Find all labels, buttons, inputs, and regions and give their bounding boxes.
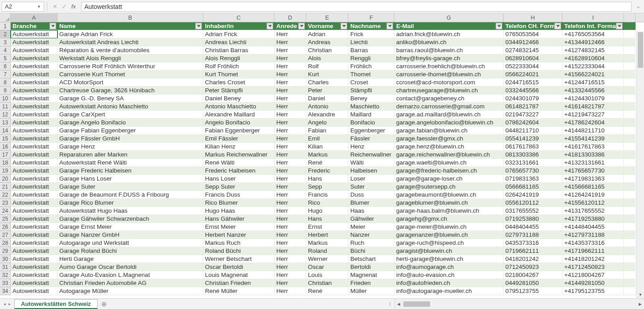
table-cell[interactable]: +41795123755 (562, 287, 624, 295)
table-cell[interactable]: Herr (275, 127, 306, 135)
row-header[interactable]: 31 (0, 263, 11, 271)
table-cell[interactable]: Alexandre Maillard (203, 111, 275, 119)
tab-options-icon[interactable]: ⁞ (386, 299, 394, 309)
table-cell[interactable]: Herr (275, 207, 306, 215)
table-cell[interactable]: 0274832145 (504, 46, 562, 54)
table-cell[interactable]: garage.reichenwallner@bluewin.ch (394, 151, 504, 159)
table-cell[interactable]: +41323131661 (562, 159, 624, 167)
cancel-icon[interactable]: ✕ (53, 3, 57, 10)
table-cell[interactable]: +41786242604 (562, 119, 624, 127)
table-cell[interactable]: +41244301079 (562, 95, 624, 103)
table-cell[interactable]: Daniel (306, 95, 349, 103)
table-cell[interactable]: 0719662111 (504, 247, 562, 255)
filter-dropdown-icon[interactable] (298, 23, 305, 29)
table-cell[interactable]: Chartreuse Garage, 3626 Hünibach (57, 87, 203, 95)
table-cell[interactable]: Garage CarXpert (57, 111, 203, 119)
table-cell[interactable]: 0765053564 (504, 30, 562, 38)
row-header[interactable]: 34 (0, 287, 11, 295)
table-cell[interactable]: +41719831363 (562, 175, 624, 183)
table-cell[interactable]: Garage Suter (57, 183, 203, 191)
formula-input[interactable]: Autowerkstatt (81, 2, 632, 12)
grid-body[interactable]: 1BrancheNameInhaber/inAnredeVornameNachn… (0, 22, 644, 298)
table-cell[interactable] (624, 46, 636, 54)
table-cell[interactable]: Oscar (306, 263, 349, 271)
table-cell[interactable]: garage-meier@bluewin.ch (394, 223, 504, 231)
table-cell[interactable]: Fässler (349, 135, 394, 143)
row-header[interactable]: 10 (0, 95, 11, 103)
table-cell[interactable]: Ernst Meier (203, 223, 275, 231)
table-cell[interactable]: Christian Frieden (203, 279, 275, 287)
table-cell[interactable]: 0712450923 (504, 263, 562, 271)
table-cell[interactable]: Autogarage und Werkstatt (57, 239, 203, 247)
table-cell[interactable]: Christian (306, 46, 349, 54)
horizontal-scrollbar[interactable]: ◀ ▶ (394, 299, 644, 309)
table-cell[interactable]: Meier (349, 223, 394, 231)
table-cell[interactable]: Garage Adrian Frick (57, 30, 203, 38)
table-cell[interactable]: Autowerkstatt (11, 159, 57, 167)
table-cell[interactable]: Autowerkstatt Andreas Liechti (57, 38, 203, 46)
table-cell[interactable]: Réparation & vente d'automobiles (57, 46, 203, 54)
table-cell[interactable]: +41218004267 (562, 271, 624, 279)
table-cell[interactable]: Herr (275, 62, 306, 70)
table-cell[interactable]: +41244716515 (562, 78, 624, 87)
table-cell[interactable]: Autowerkstatt (11, 263, 57, 271)
table-cell[interactable]: demarzo.carrosserie@gmail.com (394, 103, 504, 111)
tab-first-icon[interactable]: ◂ (3, 301, 7, 306)
table-cell[interactable]: Müller (349, 287, 394, 295)
table-cell[interactable]: Alexandre (306, 111, 349, 119)
table-cell[interactable]: garage.henz@bluewin.ch (394, 143, 504, 151)
table-cell[interactable]: Garage Angelo Bonifacio (57, 119, 203, 127)
table-cell[interactable]: Daniel Beney (203, 95, 275, 103)
table-cell[interactable]: René Müller (203, 287, 275, 295)
column-header-B[interactable]: B (57, 13, 203, 22)
table-cell[interactable]: Eggenberger (349, 127, 394, 135)
table-cell[interactable]: 0332445566 (504, 87, 562, 95)
table-cell[interactable] (624, 127, 636, 135)
table-cell[interactable]: +41435373316 (562, 239, 624, 247)
table-cell[interactable]: 0786242604 (504, 119, 562, 127)
table-cell[interactable]: Garage Nanzer GmbH (57, 231, 203, 239)
table-cell[interactable]: Roland (306, 247, 349, 255)
table-cell[interactable]: Henz (349, 143, 394, 151)
table-cell[interactable]: carrosserie.froehlich@bluewin.ch (394, 62, 504, 70)
table-cell[interactable]: Emil (306, 135, 349, 143)
table-cell[interactable]: Herr (275, 231, 306, 239)
table-cell[interactable]: garage.angelobonifacio@bluewin.ch (394, 119, 504, 127)
table-cell[interactable]: Garage Roland Büchi (57, 247, 203, 255)
row-header[interactable]: 16 (0, 143, 11, 151)
table-cell[interactable]: Herbert Nanzer (203, 231, 275, 239)
table-cell[interactable]: Sepp (306, 183, 349, 191)
table-cell[interactable]: Andreas (306, 38, 349, 46)
table-cell[interactable]: Herr (275, 271, 306, 279)
table-cell[interactable]: Autowerkstatt (11, 38, 57, 46)
table-cell[interactable]: Haas (349, 207, 394, 215)
table-cell[interactable]: Betschart (349, 255, 394, 263)
table-cell[interactable]: 0323131661 (504, 159, 562, 167)
table-cell[interactable]: Herr (275, 46, 306, 54)
table-cell[interactable]: Frederic (306, 167, 349, 175)
table-cell[interactable]: 0566681165 (504, 183, 562, 191)
table-cell[interactable]: 0566224021 (504, 70, 562, 78)
table-cell[interactable] (624, 135, 636, 143)
table-cell[interactable] (624, 62, 636, 70)
table-cell[interactable]: Carrosserie Kurt Thomet (57, 70, 203, 78)
table-cell[interactable]: Herr (275, 255, 306, 263)
table-cell[interactable]: René (306, 287, 349, 295)
table-cell[interactable]: Autowerkstatt (11, 287, 57, 295)
table-cell[interactable]: Herti Garage (57, 255, 203, 263)
table-cell[interactable]: Autowerkstatt (11, 135, 57, 143)
column-header-C[interactable]: C (203, 13, 275, 22)
table-cell[interactable]: +41719662111 (562, 247, 624, 255)
table-cell[interactable]: Bertoldi (349, 263, 394, 271)
table-cell[interactable]: Herr (275, 199, 306, 207)
table-cell[interactable]: Autowerkstatt (11, 215, 57, 223)
table-cell[interactable]: 0719831363 (504, 175, 562, 183)
table-cell[interactable] (624, 183, 636, 191)
table-cell[interactable]: ACD MotorSport (57, 78, 203, 87)
table-cell[interactable]: Maschietto (349, 103, 394, 111)
table-cell[interactable]: Herr (275, 247, 306, 255)
table-cell[interactable]: Autowerkstatt (11, 143, 57, 151)
table-cell[interactable]: Autowerkstatt (11, 207, 57, 215)
table-cell[interactable]: 0813303386 (504, 151, 562, 159)
table-cell[interactable]: Frieden (349, 279, 394, 287)
